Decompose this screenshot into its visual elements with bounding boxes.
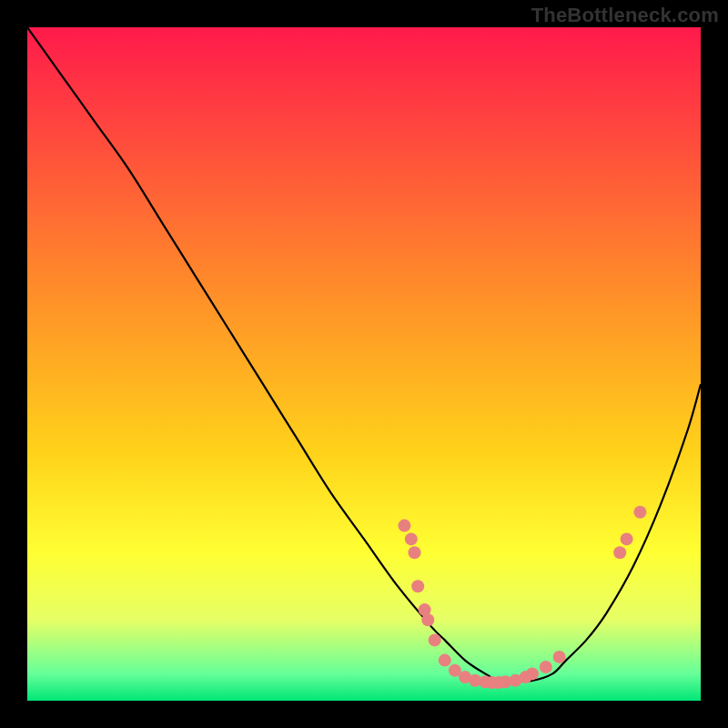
scatter-point (553, 651, 566, 663)
scatter-point (398, 520, 410, 532)
scatter-point (526, 667, 539, 680)
scatter-point (439, 654, 451, 667)
watermark-text: TheBottleneck.com (531, 4, 719, 27)
scatter-point (633, 506, 646, 519)
scatter-point (421, 613, 434, 626)
scatter-point (429, 633, 441, 646)
scatter-point (411, 580, 424, 592)
chart-svg (27, 27, 701, 701)
scatter-point (405, 532, 418, 545)
plot-area (27, 27, 701, 701)
scatter-point (621, 532, 633, 545)
chart-frame: TheBottleneck.com (0, 0, 728, 728)
scatter-point (540, 661, 552, 673)
scatter-point (409, 546, 421, 559)
gradient-rect (27, 27, 701, 701)
scatter-point (613, 546, 626, 559)
